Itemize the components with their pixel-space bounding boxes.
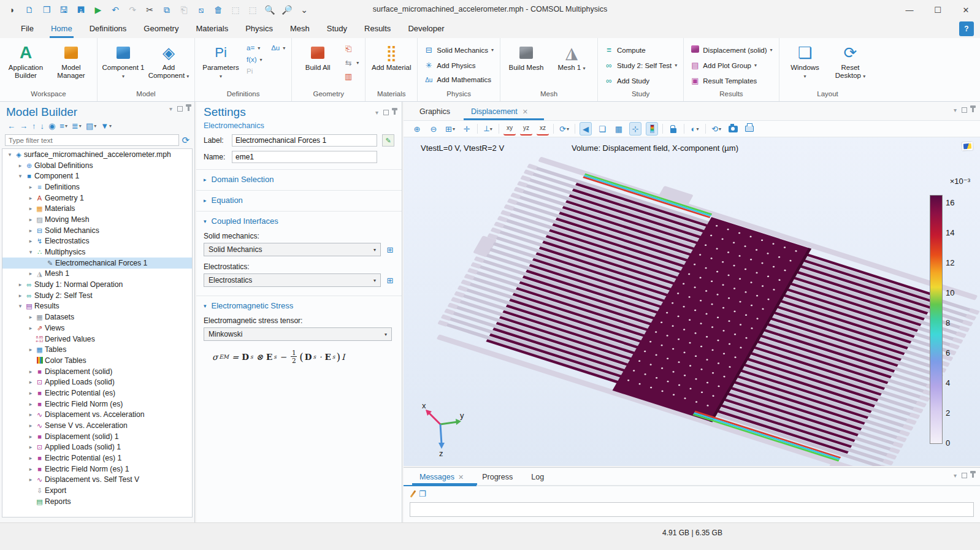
section-equation[interactable]: ▸ Equation	[204, 196, 402, 205]
tree-item[interactable]: ▸∿Displacement vs. Self Test V	[2, 475, 192, 486]
open-file-icon[interactable]: ❒	[39, 3, 54, 17]
tree-item[interactable]: ▸◮Mesh 1	[2, 269, 192, 280]
expand-chevron-icon[interactable]: ▾	[17, 303, 24, 309]
help-button[interactable]: ?	[959, 21, 974, 36]
graphics-viewport[interactable]: Volume: Displacement field, X-component …	[404, 137, 980, 466]
cut-icon[interactable]: ✂	[142, 3, 157, 17]
tree-item[interactable]: ▸▦Tables	[2, 344, 192, 355]
panel-menu-icon[interactable]: ▾	[169, 105, 172, 112]
tree-item[interactable]: 8.85 e-12Derived Values	[2, 334, 192, 345]
windows-button[interactable]: ❏ Windows▾	[783, 40, 827, 80]
go-forward-icon[interactable]: →	[20, 121, 28, 131]
save-icon[interactable]: 🖫	[56, 3, 71, 17]
import-geometry-button[interactable]: ⎗	[341, 43, 361, 55]
float-panel-icon[interactable]	[962, 107, 967, 113]
tree-item[interactable]: ▾■Component 1	[2, 170, 192, 181]
tree-item[interactable]: ▸⊕Global Definitions	[2, 160, 192, 171]
expand-chevron-icon[interactable]: ▸	[27, 195, 34, 201]
minimize-button[interactable]: —	[895, 0, 924, 20]
expand-chevron-icon[interactable]: ▾	[27, 249, 34, 255]
add-study-button[interactable]: ∞Add Study	[602, 75, 679, 86]
tree-item[interactable]: ▸∿Sense V vs. Acceleration	[2, 420, 192, 431]
tab-geometry[interactable]: Geometry	[135, 20, 187, 38]
print-icon[interactable]	[743, 122, 756, 136]
add-mathematics-button[interactable]: ΔuAdd Mathematics	[421, 75, 496, 85]
panel-menu-icon[interactable]: ▾	[954, 472, 957, 479]
zoom-extents-icon[interactable]: ✛	[461, 122, 473, 136]
node-grouping-icon[interactable]: ▤▾	[86, 121, 96, 131]
add-electrostatics-icon[interactable]: ⊞	[385, 275, 396, 286]
rotate-icon[interactable]: ⟳▾	[558, 122, 570, 136]
label-input[interactable]	[232, 134, 377, 147]
material-color-icon[interactable]: ◐▾	[689, 122, 701, 136]
tree-item[interactable]: ▾▤Results	[2, 301, 192, 312]
tree-item[interactable]: ▸■Electric Potential (es)	[2, 388, 192, 399]
float-panel-icon[interactable]	[962, 473, 967, 478]
expand-chevron-icon[interactable]: ▸	[27, 401, 34, 407]
expand-chevron-icon[interactable]: ▸	[27, 227, 34, 234]
copy-icon[interactable]: ⧉	[159, 3, 174, 17]
component-button[interactable]: Component 1 ▾	[101, 40, 145, 80]
tree-item[interactable]: ▸≡Definitions	[2, 181, 192, 193]
tree-item[interactable]: ▸AGeometry 1	[2, 193, 192, 204]
yz-view-icon[interactable]: yz	[520, 122, 532, 136]
electrostatics-dropdown[interactable]: Electrostatics▾	[204, 273, 381, 287]
tree-item[interactable]: Color Tables	[2, 355, 192, 366]
delete-icon[interactable]: 🗑	[211, 3, 226, 17]
tab-developer[interactable]: Developer	[399, 20, 453, 38]
expand-chevron-icon[interactable]: ▸	[27, 369, 34, 375]
open-message-window-icon[interactable]: ❐	[419, 489, 426, 498]
study2-select[interactable]: ∞Study 2: Self Test▾	[602, 59, 679, 71]
solid-mechanics-dropdown[interactable]: Solid Mechanics▾	[204, 243, 381, 256]
nonlocal-couplings-button[interactable]: Δu▾	[269, 43, 288, 53]
tree-filter-input[interactable]	[5, 134, 179, 146]
expand-chevron-icon[interactable]: ▸	[17, 292, 24, 299]
move-down-icon[interactable]: ↓	[40, 121, 45, 131]
tree-item[interactable]: ▸▦Materials	[2, 203, 192, 214]
add-physics-button[interactable]: ✳Add Physics	[421, 59, 496, 71]
compute-button[interactable]: =Compute	[602, 44, 679, 56]
add-component-button[interactable]: ◈ Add Component ▾	[147, 40, 191, 80]
show-icon[interactable]: ◉	[48, 121, 55, 131]
xy-view-icon[interactable]: xy	[503, 122, 516, 136]
paste-icon[interactable]: ⎗	[177, 3, 191, 17]
expand-chevron-icon[interactable]: ▸	[27, 434, 34, 440]
expand-chevron-icon[interactable]: ▸	[27, 270, 34, 277]
tab-physics[interactable]: Physics	[237, 20, 281, 38]
livelink-button[interactable]: ⇆▾	[341, 57, 361, 69]
reset-desktop-button[interactable]: ⟳ Reset Desktop ▾	[829, 40, 873, 80]
tree-item[interactable]: ▤Reports	[2, 496, 192, 507]
tree-item[interactable]: ▸▨Moving Mesh	[2, 214, 192, 225]
lock-icon[interactable]	[667, 122, 679, 136]
search-model-icon[interactable]: 🔎	[280, 3, 294, 17]
snapshot-icon[interactable]	[727, 122, 739, 136]
pin-panel-icon[interactable]	[972, 473, 974, 478]
panel-menu-icon[interactable]: ▾	[954, 107, 957, 113]
expand-chevron-icon[interactable]: ▸	[17, 281, 24, 288]
expand-chevron-icon[interactable]: ▸	[27, 422, 34, 429]
run-icon[interactable]: ▶	[91, 3, 105, 17]
functions-button[interactable]: f(x)▾	[244, 55, 288, 64]
expand-chevron-icon[interactable]: ▸	[27, 379, 34, 385]
float-panel-icon[interactable]	[383, 110, 389, 115]
expand-chevron-icon[interactable]: ▸	[17, 162, 24, 169]
tree-item[interactable]: ▸⊟Solid Mechanics	[2, 225, 192, 236]
image-thumbnail-icon[interactable]	[962, 142, 973, 150]
tree-item[interactable]: ▸■Electric Potential (es) 1	[2, 453, 192, 464]
tab-results[interactable]: Results	[356, 20, 399, 38]
maximize-button[interactable]: ☐	[924, 0, 952, 20]
tree-item[interactable]: ▸∿Displacement vs. Acceleration	[2, 410, 192, 421]
section-domain-selection[interactable]: ▸ Domain Selection	[204, 175, 402, 184]
clear-messages-icon[interactable]	[410, 490, 416, 497]
tree-item[interactable]: ▸⊡Applied Loads (solid) 1	[2, 442, 192, 453]
deselect-box-icon[interactable]: ⬚	[245, 3, 260, 17]
tree-item[interactable]: ▸■Electric Field Norm (es) 1	[2, 464, 192, 475]
zoom-in-icon[interactable]: ⊕	[411, 122, 423, 136]
go-back-icon[interactable]: ←	[7, 121, 15, 131]
tree-item[interactable]: ▸↯Electrostatics	[2, 236, 192, 247]
result-templates-button[interactable]: ▣Result Templates	[687, 75, 775, 86]
tree-item[interactable]: ▸▦Datasets	[2, 311, 192, 323]
expand-chevron-icon[interactable]: ▸	[27, 325, 34, 331]
tree-item[interactable]: ⇩Export	[2, 485, 192, 496]
close-button[interactable]: ✕	[952, 0, 980, 20]
